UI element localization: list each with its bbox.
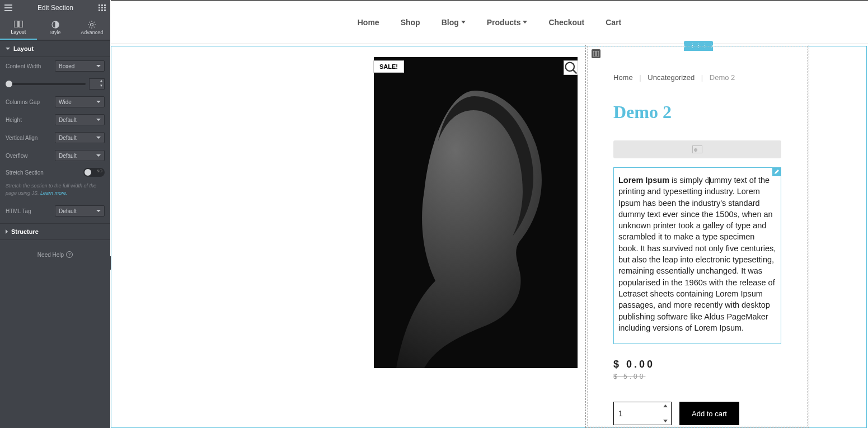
zoom-icon[interactable]	[564, 60, 578, 75]
chevron-down-icon	[96, 210, 101, 212]
row-stretch-section: Stretch Section NO	[0, 164, 110, 180]
svg-rect-1	[19, 21, 23, 27]
sidebar-title: Edit Section	[12, 4, 98, 12]
gear-icon	[87, 21, 96, 29]
crumb-category[interactable]: Uncategorized	[648, 73, 695, 82]
nav-cart[interactable]: Cart	[606, 18, 621, 27]
site-nav: Home Shop Blog Products Checkout Cart	[111, 1, 868, 44]
row-columns-gap: Columns Gap Wide	[0, 93, 110, 111]
desc-text: ummy text of the printing and typesettin…	[618, 176, 776, 332]
caret-down-icon	[6, 48, 10, 50]
row-overflow: Overflow Default	[0, 147, 110, 164]
description-widget[interactable]: Lorem Ipsum is simply dummy text of the …	[613, 167, 781, 344]
section-head-structure[interactable]: Structure	[0, 223, 110, 240]
qty-up-icon[interactable]	[663, 405, 668, 407]
width-slider[interactable]	[6, 83, 86, 85]
desc-pre: is simply	[669, 176, 705, 185]
section-head-structure-label: Structure	[11, 228, 39, 235]
chevron-down-icon	[96, 154, 101, 157]
nav-products[interactable]: Products	[487, 18, 528, 27]
add-to-cart-row: 1 Add to cart	[613, 402, 781, 425]
toggle-stretch-section[interactable]: NO	[83, 168, 105, 177]
product-info-section: + ⋮⋮⋮ × Home | Uncategorized | Demo 2	[585, 45, 809, 428]
section-dashed-border: Home | Uncategorized | Demo 2 Demo 2	[585, 45, 809, 428]
learn-more-link[interactable]: Learn more.	[40, 190, 68, 196]
column-inner: Home | Uncategorized | Demo 2 Demo 2	[587, 46, 808, 426]
qty-down-icon[interactable]	[663, 420, 668, 422]
label-html-tag: HTML Tag	[6, 208, 51, 214]
row-height: Height Default	[0, 111, 110, 129]
slider-thumb[interactable]	[6, 81, 12, 87]
crumb-home[interactable]: Home	[613, 73, 633, 82]
svg-point-3	[91, 23, 93, 26]
tab-layout[interactable]: Layout	[0, 16, 37, 40]
tab-layout-label: Layout	[11, 29, 26, 35]
crumb-current: Demo 2	[710, 73, 735, 82]
quantity-input[interactable]: 1	[613, 402, 672, 425]
need-help-label: Need Help	[37, 252, 64, 258]
label-overflow: Overflow	[6, 153, 51, 159]
nav-shop[interactable]: Shop	[401, 18, 420, 27]
select-content-width[interactable]: Boxed	[55, 60, 105, 72]
select-html-tag[interactable]: Default	[55, 205, 105, 217]
spinner-icon[interactable]: ▲▼	[98, 79, 104, 89]
select-vertical-align[interactable]: Default	[55, 132, 105, 143]
label-content-width: Content Width	[6, 63, 51, 69]
section-head-layout-label: Layout	[13, 45, 34, 52]
quantity-spinner[interactable]	[663, 405, 669, 422]
text-cursor	[709, 177, 710, 185]
select-height[interactable]: Default	[55, 114, 105, 125]
price-old: $ 5.00	[613, 373, 781, 380]
sidebar-header: Edit Section	[0, 0, 110, 16]
chevron-down-icon	[96, 65, 101, 67]
label-vertical-align: Vertical Align	[6, 135, 51, 141]
svg-rect-0	[14, 21, 18, 27]
label-columns-gap: Columns Gap	[6, 99, 51, 105]
crumb-sep: |	[639, 73, 641, 82]
tab-style-label: Style	[50, 30, 61, 35]
row-vertical-align: Vertical Align Default	[0, 129, 110, 147]
desc-bold: Lorem Ipsum	[618, 176, 669, 185]
menu-icon[interactable]	[4, 4, 12, 11]
crumb-sep: |	[701, 73, 703, 82]
price-block: $ 0.00 $ 5.00	[613, 359, 781, 380]
chevron-down-icon	[96, 101, 101, 103]
toggle-knob	[85, 169, 91, 176]
label-height: Height	[6, 117, 51, 123]
toggle-state: NO	[97, 169, 103, 173]
image-widget-placeholder[interactable]	[613, 140, 781, 158]
add-to-cart-button[interactable]: Add to cart	[679, 402, 739, 425]
nav-checkout[interactable]: Checkout	[548, 18, 584, 27]
chevron-down-icon	[96, 137, 101, 139]
product-image[interactable]: SALE!	[374, 57, 578, 368]
product-title: Demo 2	[613, 102, 781, 123]
image-icon	[692, 145, 702, 153]
tab-advanced-label: Advanced	[81, 30, 103, 35]
help-icon: ?	[66, 251, 73, 258]
page-body: SALE! + ⋮⋮⋮ × Home | Uncategor	[111, 45, 868, 428]
widgets-grid-icon[interactable]	[98, 4, 106, 12]
preview-canvas: Home Shop Blog Products Checkout Cart SA…	[111, 0, 868, 428]
caret-right-icon	[6, 229, 8, 234]
chevron-down-icon	[96, 119, 101, 121]
layout-icon	[14, 20, 23, 28]
edit-widget-icon[interactable]	[772, 167, 781, 176]
nav-home[interactable]: Home	[358, 18, 379, 27]
sale-badge: SALE!	[373, 60, 404, 73]
select-overflow[interactable]: Default	[55, 150, 105, 161]
tab-advanced[interactable]: Advanced	[73, 16, 110, 40]
section-head-layout[interactable]: Layout	[0, 40, 110, 57]
chevron-down-icon	[461, 21, 466, 23]
select-columns-gap[interactable]: Wide	[55, 96, 105, 107]
nav-blog[interactable]: Blog	[442, 18, 466, 27]
sidebar-tabs: Layout Style Advanced	[0, 16, 110, 40]
style-icon	[51, 21, 60, 29]
row-content-width: Content Width Boxed	[0, 57, 110, 75]
quantity-value: 1	[618, 409, 623, 418]
label-stretch-section: Stretch Section	[6, 170, 83, 176]
need-help[interactable]: Need Help ?	[0, 240, 110, 269]
width-number-input[interactable]: ▲▼	[89, 78, 105, 90]
svg-line-6	[573, 70, 576, 73]
breadcrumb: Home | Uncategorized | Demo 2	[613, 73, 781, 82]
tab-style[interactable]: Style	[37, 16, 74, 40]
